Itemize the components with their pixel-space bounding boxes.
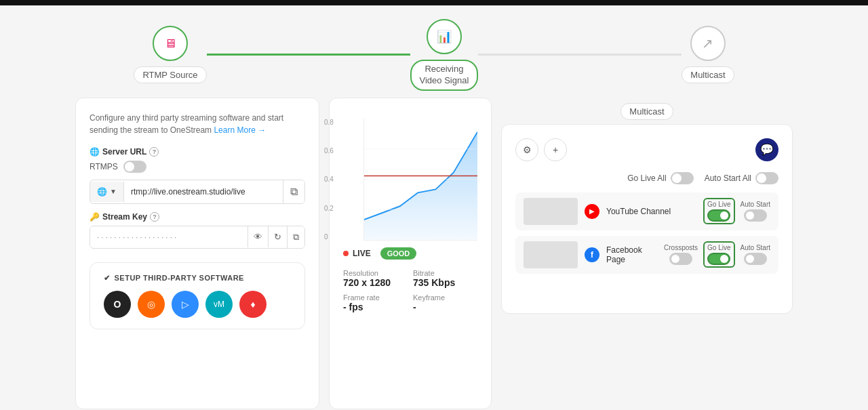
facebook-controls: Crossposts Go Live Auto Start xyxy=(664,241,770,268)
software-section: ✔ SETUP THIRD-PARTY SOFTWARE O ◎ ▷ vM ♦ xyxy=(90,262,305,329)
facebook-crosspost-group: Crossposts xyxy=(664,244,698,265)
youtube-go-live-group: Go Live xyxy=(703,198,734,224)
wizard-bar: 🖥 RTMP Source 📊 ReceivingVideo Signal ↗ … xyxy=(0,5,868,98)
youtube-channel-icon: ▶ xyxy=(585,204,599,219)
framerate-label: Frame rate xyxy=(343,293,408,302)
live-dot xyxy=(343,251,349,256)
quality-badge: GOOD xyxy=(380,247,417,260)
obs-icon[interactable]: O xyxy=(104,291,131,318)
chart-area xyxy=(363,119,477,241)
show-key-btn[interactable]: 👁 xyxy=(248,226,268,247)
wizard-step-signal[interactable]: 📊 ReceivingVideo Signal xyxy=(410,19,479,91)
facebook-thumb xyxy=(524,241,578,268)
auto-start-all-label: Auto Start All xyxy=(705,173,751,183)
wizard-circle-signal: 📊 xyxy=(427,19,462,54)
server-url-input[interactable] xyxy=(124,182,283,202)
software-icons-row: O ◎ ▷ vM ♦ xyxy=(104,291,291,318)
url-prefix[interactable]: 🌐 ▼ xyxy=(90,182,124,202)
wizard-line-2 xyxy=(478,54,682,56)
learn-more-link[interactable]: Learn More → xyxy=(214,125,266,135)
server-url-section: 🌐 Server URL ? RTMPS 🌐 ▼ ⧉ xyxy=(90,147,305,204)
go-live-all-toggle[interactable] xyxy=(671,172,694,184)
bitrate-label: Bitrate xyxy=(413,269,477,277)
auto-start-all-toggle[interactable] xyxy=(755,172,778,184)
wizard-circle-rtmp: 🖥 xyxy=(153,26,188,61)
wizard-line-1 xyxy=(207,54,410,56)
youtube-controls: Go Live Auto Start xyxy=(703,198,770,224)
keyframe-value: - xyxy=(413,302,477,312)
setup-label: ✔ SETUP THIRD-PARTY SOFTWARE xyxy=(104,274,291,283)
bitrate-value: 735 Kbps xyxy=(413,277,477,288)
server-url-label: 🌐 Server URL ? xyxy=(90,147,305,157)
wizard-circle-multicast: ↗ xyxy=(690,26,726,61)
go-live-all-label: Go Live All xyxy=(627,173,666,183)
facebook-crosspost-toggle[interactable] xyxy=(669,253,692,265)
keyframe-stat: Keyframe - xyxy=(413,293,477,312)
chart-y-labels: 0.8 0.6 0.4 0.2 0 xyxy=(324,119,334,241)
wirecast-icon[interactable]: ◎ xyxy=(138,291,165,318)
server-url-input-row: 🌐 ▼ ⧉ xyxy=(90,180,305,204)
multicast-tab-label[interactable]: Multicast xyxy=(620,103,673,120)
rtmp-desc: Configure any third party streaming soft… xyxy=(90,112,305,136)
facebook-auto-start-label: Auto Start xyxy=(741,244,770,251)
youtube-auto-start-group: Auto Start xyxy=(741,201,770,222)
stream-key-section: 🔑 Stream Key ? 👁 ↻ ⧉ xyxy=(90,212,305,249)
youtube-channel-name: YouTube Channel xyxy=(606,207,696,216)
wizard-label-multicast[interactable]: Multicast xyxy=(682,66,734,83)
signal-stats: Resolution 720 x 1280 Bitrate 735 Kbps F… xyxy=(343,269,477,312)
zoom-icon[interactable]: ▷ xyxy=(172,291,199,318)
live-row: LIVE GOOD xyxy=(343,247,477,260)
bitrate-stat: Bitrate 735 Kbps xyxy=(413,269,477,288)
youtube-go-live-label: Go Live xyxy=(707,201,730,208)
multicast-header: ⚙ + 💬 xyxy=(515,138,778,161)
live-label: LIVE xyxy=(353,249,371,258)
main-content: Configure any third party streaming soft… xyxy=(0,98,868,410)
rtmps-toggle-row: RTMPS xyxy=(90,161,305,173)
facebook-channel-icon: f xyxy=(585,247,599,262)
chart-container: 0.8 0.6 0.4 0.2 0 xyxy=(343,119,477,241)
refresh-key-btn[interactable]: ↻ xyxy=(268,226,287,247)
facebook-go-live-toggle[interactable] xyxy=(707,253,730,265)
youtube-thumb xyxy=(524,198,578,225)
youtube-auto-start-label: Auto Start xyxy=(741,201,770,208)
copy-key-btn[interactable]: ⧉ xyxy=(287,226,304,248)
facebook-channel-name: Facebook Page xyxy=(606,245,657,264)
multicast-action-icons: ⚙ + xyxy=(515,138,567,161)
signal-panel: 0.8 0.6 0.4 0.2 0 xyxy=(329,98,492,409)
resolution-value: 720 x 1280 xyxy=(343,277,408,288)
wizard-label-signal[interactable]: ReceivingVideo Signal xyxy=(410,60,479,91)
vmix-icon[interactable]: vM xyxy=(205,291,233,318)
facebook-crosspost-label: Crossposts xyxy=(664,244,698,251)
stream-key-label: 🔑 Stream Key ? xyxy=(90,212,305,222)
wizard-label-rtmp[interactable]: RTMP Source xyxy=(134,66,206,83)
server-url-info-icon: ? xyxy=(149,147,159,157)
resolution-stat: Resolution 720 x 1280 xyxy=(343,269,408,288)
rtmp-panel: Configure any third party streaming soft… xyxy=(75,98,319,409)
settings-icon-btn[interactable]: ⚙ xyxy=(515,138,538,161)
ecamm-icon[interactable]: ♦ xyxy=(239,291,267,318)
chart-svg xyxy=(364,119,477,240)
facebook-go-live-label: Go Live xyxy=(707,244,730,251)
facebook-auto-start-toggle[interactable] xyxy=(744,253,767,265)
multicast-label-row: Multicast xyxy=(501,98,793,120)
add-icon-btn[interactable]: + xyxy=(544,138,567,161)
auto-start-all-group: Auto Start All xyxy=(705,172,778,184)
go-live-all-group: Go Live All xyxy=(627,172,693,184)
multicast-panel: Multicast ⚙ + 💬 Go Live All Auto Start A… xyxy=(501,98,793,409)
rtmps-toggle[interactable] xyxy=(123,161,146,173)
chat-btn[interactable]: 💬 xyxy=(755,138,778,161)
copy-url-btn[interactable]: ⧉ xyxy=(283,180,304,203)
wizard-step-multicast[interactable]: ↗ Multicast xyxy=(682,26,734,83)
framerate-value: - fps xyxy=(343,302,408,312)
wizard-step-rtmp[interactable]: 🖥 RTMP Source xyxy=(134,26,206,83)
youtube-go-live-toggle[interactable] xyxy=(707,209,730,222)
resolution-label: Resolution xyxy=(343,269,408,277)
svg-marker-0 xyxy=(364,132,477,240)
youtube-auto-start-toggle[interactable] xyxy=(744,209,767,222)
rtmps-label: RTMPS xyxy=(90,162,118,171)
stream-key-field[interactable] xyxy=(90,227,248,247)
stream-key-input-row: 👁 ↻ ⧉ xyxy=(90,226,305,249)
youtube-channel-row: ▶ YouTube Channel Go Live Auto Start xyxy=(515,192,778,230)
global-toggles-row: Go Live All Auto Start All xyxy=(515,172,778,184)
keyframe-label: Keyframe xyxy=(413,293,477,302)
